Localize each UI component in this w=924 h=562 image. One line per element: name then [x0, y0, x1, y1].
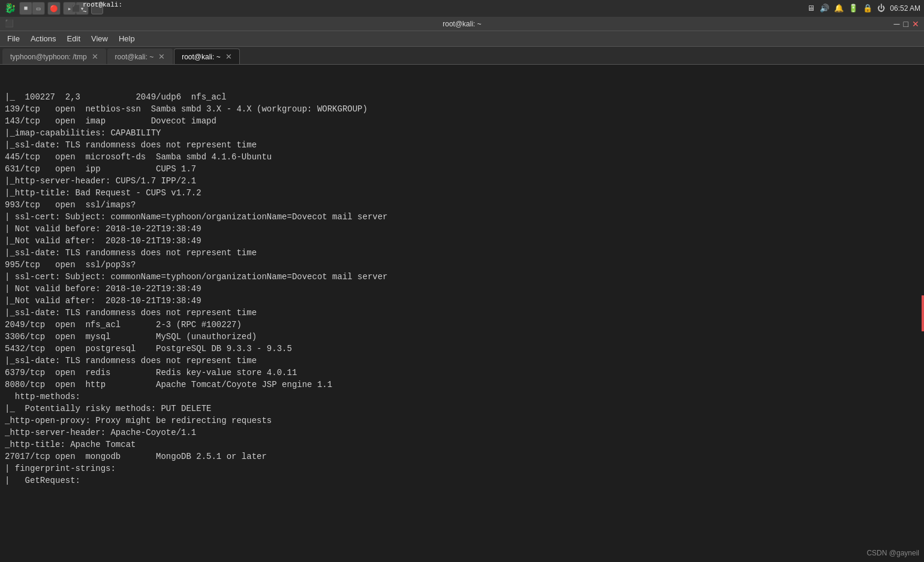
- menu-edit[interactable]: Edit: [62, 32, 85, 45]
- terminal-line: _http-server-header: Apache-Coyote/1.1: [5, 427, 919, 439]
- terminal-line: 8080/tcp open http Apache Tomcat/Coyote …: [5, 379, 919, 391]
- terminal-line: |_http-title: Bad Request - CUPS v1.7.2: [5, 187, 919, 199]
- kali-icon[interactable]: 🐉: [4, 2, 17, 15]
- tab-1-label: root@kali: ~: [115, 53, 154, 61]
- scrollbar-indicator: [922, 295, 924, 331]
- terminal-line: | ssl-cert: Subject: commonName=typhoon/…: [5, 211, 919, 223]
- terminal-line: |_Not valid after: 2028-10-21T19:38:49: [5, 295, 919, 307]
- terminal-line: 139/tcp open netbios-ssn Samba smbd 3.X …: [5, 103, 919, 115]
- screen-icon[interactable]: 🖥: [807, 4, 815, 13]
- window-chrome: ⬛ root@kali: ~ ─ □ ✕: [0, 17, 924, 31]
- audio-icon[interactable]: 🔊: [820, 4, 829, 13]
- taskbar-btn-1[interactable]: ■: [20, 2, 32, 14]
- window-controls: ─ □ ✕: [894, 19, 919, 29]
- watermark: CSDN @gayneil: [866, 549, 919, 557]
- terminal-line: _http-open-proxy: Proxy might be redirec…: [5, 415, 919, 427]
- terminal-line: http-methods:: [5, 391, 919, 403]
- taskbar-terminal[interactable]: ⬛ root@kali: ~: [91, 2, 103, 14]
- tab-0-close[interactable]: ✕: [92, 53, 98, 61]
- terminal-icon: ⬛: [72, 5, 80, 13]
- taskbar-btn-3[interactable]: 🔴: [48, 2, 60, 14]
- menu-bar: File Actions Edit View Help: [0, 31, 924, 47]
- maximize-button[interactable]: □: [904, 19, 908, 29]
- terminal-line: |_ssl-date: TLS randomness does not repr…: [5, 139, 919, 151]
- system-bar-right: 🖥 🔊 🔔 🔋 🔒 ⏻ 06:52 AM: [807, 4, 920, 13]
- menu-view[interactable]: View: [86, 32, 113, 45]
- terminal-line: | Not valid before: 2018-10-22T19:38:49: [5, 223, 919, 235]
- tab-2-close[interactable]: ✕: [225, 53, 232, 61]
- terminal-line: 995/tcp open ssl/pop3s?: [5, 259, 919, 271]
- taskbar-btn-group-1: ■ ▭: [19, 2, 45, 15]
- power-icon[interactable]: ⏻: [877, 4, 885, 13]
- terminal-output[interactable]: |_ 100227 2,3 2049/udp6 nfs_acl139/tcp o…: [0, 65, 924, 562]
- terminal-line: 993/tcp open ssl/imaps?: [5, 199, 919, 211]
- terminal-line: |_Not valid after: 2028-10-21T19:38:49: [5, 235, 919, 247]
- menu-file[interactable]: File: [2, 32, 25, 45]
- terminal-line: 631/tcp open ipp CUPS 1.7: [5, 163, 919, 175]
- lock-icon[interactable]: 🔒: [863, 4, 872, 13]
- terminal-line: 143/tcp open imap Dovecot imapd: [5, 115, 919, 127]
- tab-1-close[interactable]: ✕: [158, 53, 165, 61]
- terminal-line: |_ssl-date: TLS randomness does not repr…: [5, 307, 919, 319]
- close-button[interactable]: ✕: [912, 19, 919, 29]
- terminal-line: |_ssl-date: TLS randomness does not repr…: [5, 247, 919, 259]
- watermark-text: CSDN @gayneil: [866, 549, 919, 557]
- system-bar: 🐉 ■ ▭ 🔴 ▸ ▾ ⬛ root@kali: ~ 🖥 🔊 🔔 🔋 🔒 ⏻ 0…: [0, 0, 924, 17]
- menu-actions[interactable]: Actions: [26, 32, 61, 45]
- taskbar-btn-group-2: 🔴: [47, 2, 61, 15]
- tab-0[interactable]: typhoon@typhoon: /tmp ✕: [2, 49, 106, 64]
- battery-icon[interactable]: 🔋: [848, 4, 858, 13]
- system-bar-left: 🐉 ■ ▭ 🔴 ▸ ▾ ⬛ root@kali: ~: [4, 2, 805, 15]
- terminal-line: | GetRequest:: [5, 475, 919, 487]
- terminal-line: |_ssl-date: TLS randomness does not repr…: [5, 355, 919, 367]
- terminal-line: 445/tcp open microsoft-ds Samba smbd 4.1…: [5, 151, 919, 163]
- terminal-line: 2049/tcp open nfs_acl 2-3 (RPC #100227): [5, 319, 919, 331]
- taskbar-btn-2[interactable]: ▭: [32, 2, 44, 14]
- terminal-line: | Not valid before: 2018-10-22T19:38:49: [5, 283, 919, 295]
- tab-2[interactable]: root@kali: ~ ✕: [174, 49, 240, 64]
- terminal-line: 3306/tcp open mysql MySQL (unauthorized): [5, 331, 919, 343]
- tab-1[interactable]: root@kali: ~ ✕: [107, 49, 173, 64]
- terminal-line: |_imap-capabilities: CAPABILITY: [5, 127, 919, 139]
- terminal-line: _http-title: Apache Tomcat: [5, 439, 919, 451]
- tab-0-label: typhoon@typhoon: /tmp: [10, 53, 87, 61]
- taskbar-terminal-label: root@kali: ~: [83, 1, 122, 16]
- minimize-button[interactable]: ─: [894, 19, 900, 29]
- notification-icon[interactable]: 🔔: [834, 4, 844, 13]
- terminal-line: 27017/tcp open mongodb MongoDB 2.5.1 or …: [5, 451, 919, 463]
- window-title: root@kali: ~: [443, 20, 481, 28]
- terminal-line: |_ Potentially risky methods: PUT DELETE: [5, 403, 919, 415]
- tab-2-label: root@kali: ~: [182, 53, 221, 61]
- terminal-line: 5432/tcp open postgresql PostgreSQL DB 9…: [5, 343, 919, 355]
- terminal-line: | fingerprint-strings:: [5, 463, 919, 475]
- terminal-line: | ssl-cert: Subject: commonName=typhoon/…: [5, 271, 919, 283]
- window-icon: ⬛: [5, 19, 14, 28]
- clock: 06:52 AM: [890, 4, 920, 13]
- terminal-line: |_http-server-header: CUPS/1.7 IPP/2.1: [5, 175, 919, 187]
- terminal-line: 6379/tcp open redis Redis key-value stor…: [5, 367, 919, 379]
- menu-help[interactable]: Help: [114, 32, 140, 45]
- tab-bar: typhoon@typhoon: /tmp ✕ root@kali: ~ ✕ r…: [0, 47, 924, 65]
- terminal-line: |_ 100227 2,3 2049/udp6 nfs_acl: [5, 91, 919, 103]
